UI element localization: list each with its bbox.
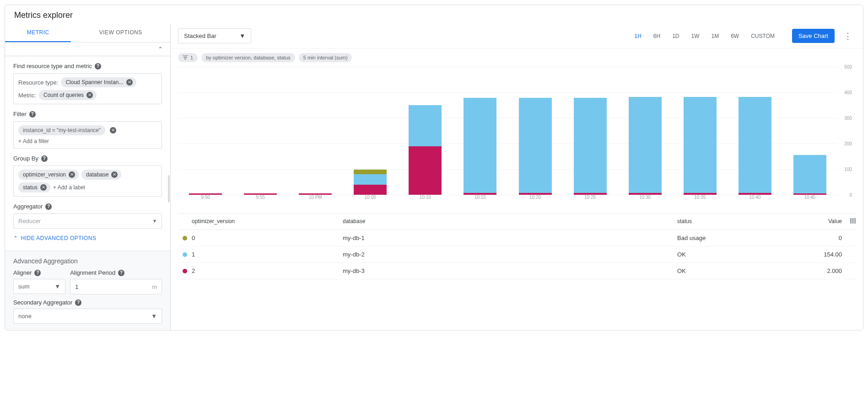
header-database[interactable]: database bbox=[343, 218, 677, 225]
tab-view-options[interactable]: VIEW OPTIONS bbox=[71, 24, 170, 42]
remove-resource-type-icon[interactable]: ✕ bbox=[126, 79, 133, 85]
help-icon[interactable]: ? bbox=[34, 270, 41, 276]
bar-segment-2 bbox=[354, 185, 387, 195]
page-title: Metrics explorer bbox=[5, 5, 863, 24]
help-icon[interactable]: ? bbox=[45, 203, 52, 210]
remove-groupby-icon[interactable]: ✕ bbox=[111, 171, 118, 178]
panel-collapse-toggle[interactable]: ⌃ bbox=[5, 43, 170, 56]
caret-down-icon: ▼ bbox=[152, 219, 157, 224]
help-icon[interactable]: ? bbox=[75, 299, 81, 306]
remove-groupby-icon[interactable]: ✕ bbox=[69, 171, 75, 178]
help-icon[interactable]: ? bbox=[118, 270, 124, 276]
bar-segment-1 bbox=[684, 97, 717, 193]
help-icon[interactable]: ? bbox=[95, 63, 101, 69]
x-tick: 10:10 bbox=[398, 195, 453, 204]
group-by-chip-database[interactable]: database ✕ bbox=[81, 170, 121, 180]
y-axis: 0100200300400500 bbox=[837, 67, 856, 195]
time-range-6w[interactable]: 6W bbox=[726, 30, 744, 42]
legend-row[interactable]: 2my-db-3OK2.000 bbox=[178, 263, 856, 279]
legend-status: OK bbox=[677, 267, 805, 274]
columns-icon[interactable] bbox=[842, 218, 856, 225]
chart-type-select[interactable]: Stacked Bar ▼ bbox=[178, 28, 251, 43]
chart-toolbar: Stacked Bar ▼ 1H6H1D1W1M6WCUSTOM Save Ch… bbox=[171, 24, 863, 48]
group-by-chip-status[interactable]: status ✕ bbox=[18, 182, 50, 192]
legend-value: 154.00 bbox=[805, 251, 842, 258]
legend-swatch bbox=[183, 269, 187, 273]
chart-area: 1 by optimizer version, database, status… bbox=[171, 48, 863, 208]
time-range-1h[interactable]: 1H bbox=[630, 30, 646, 42]
bar-group[interactable] bbox=[233, 67, 288, 195]
groupby-chip[interactable]: by optimizer version, database, status bbox=[201, 53, 295, 62]
metric-label: Metric: bbox=[18, 92, 36, 99]
remove-filter-icon[interactable]: ✕ bbox=[110, 127, 116, 133]
bar-group[interactable] bbox=[398, 67, 453, 195]
save-chart-button[interactable]: Save Chart bbox=[792, 29, 835, 43]
x-tick: 9:55 bbox=[233, 195, 288, 204]
bar-group[interactable] bbox=[288, 67, 343, 195]
metric-chip[interactable]: Count of queries ✕ bbox=[39, 90, 97, 100]
aligner-select[interactable]: sum ▼ bbox=[13, 279, 65, 294]
y-tick: 200 bbox=[844, 141, 852, 146]
header-value[interactable]: Value bbox=[805, 218, 842, 225]
bar-group[interactable] bbox=[728, 67, 782, 195]
add-label-link[interactable]: + Add a label bbox=[53, 184, 85, 191]
x-tick: 10:45 bbox=[782, 195, 837, 204]
group-by-box: optimizer_version ✕ database ✕ status bbox=[13, 165, 162, 197]
more-options-icon[interactable]: ⋮ bbox=[840, 29, 856, 43]
filter-label: Filter ? bbox=[13, 111, 162, 117]
interval-chip[interactable]: 5 min interval (sum) bbox=[299, 53, 352, 62]
help-icon[interactable]: ? bbox=[29, 111, 36, 117]
filter-box: instance_id = "my-test-instance" ✕ + Add… bbox=[13, 121, 162, 149]
time-range-1w[interactable]: 1W bbox=[687, 30, 704, 42]
legend-row[interactable]: 0my-db-1Bad usage0 bbox=[178, 230, 856, 246]
hide-advanced-toggle[interactable]: ⌃ HIDE ADVANCED OPTIONS bbox=[13, 235, 162, 241]
scrollbar-thumb[interactable] bbox=[168, 175, 170, 203]
filter-chip[interactable]: instance_id = "my-test-instance" bbox=[18, 125, 105, 135]
bar-group[interactable] bbox=[673, 67, 728, 195]
x-tick: 10:15 bbox=[453, 195, 507, 204]
x-axis: 9:509:5510 PM10:0510:1010:1510:2010:2510… bbox=[178, 195, 837, 204]
x-tick: 10:05 bbox=[343, 195, 398, 204]
help-icon[interactable]: ? bbox=[41, 155, 48, 162]
legend-optimizer: 0 bbox=[192, 235, 343, 241]
legend-optimizer: 2 bbox=[192, 267, 343, 274]
add-filter-link[interactable]: + Add a filter bbox=[18, 138, 49, 144]
remove-groupby-icon[interactable]: ✕ bbox=[40, 184, 47, 191]
time-range-1m[interactable]: 1M bbox=[707, 30, 724, 42]
x-tick: 10:40 bbox=[728, 195, 782, 204]
time-range-1d[interactable]: 1D bbox=[668, 30, 684, 42]
bar-group[interactable] bbox=[782, 67, 837, 195]
bar-group[interactable] bbox=[563, 67, 618, 195]
bar-group[interactable] bbox=[618, 67, 673, 195]
bar-group[interactable] bbox=[453, 67, 507, 195]
bar-group[interactable] bbox=[178, 67, 233, 195]
time-range-6h[interactable]: 6H bbox=[649, 30, 665, 42]
bar-group[interactable] bbox=[507, 67, 562, 195]
legend-database: my-db-1 bbox=[343, 235, 677, 241]
advanced-title: Advanced Aggregation bbox=[13, 257, 162, 265]
alignment-period-label: Alignment Period ? bbox=[70, 269, 162, 276]
secondary-aggregator-select[interactable]: none ▼ bbox=[13, 309, 162, 324]
remove-metric-icon[interactable]: ✕ bbox=[86, 92, 93, 98]
resource-type-label: Resource type: bbox=[18, 79, 58, 86]
x-tick: 10:30 bbox=[618, 195, 673, 204]
filter-count-chip[interactable]: 1 bbox=[178, 53, 198, 62]
bar-segment-2 bbox=[409, 146, 442, 195]
resource-type-chip[interactable]: Cloud Spanner Instan... ✕ bbox=[61, 77, 136, 87]
legend-row[interactable]: 1my-db-2OK154.00 bbox=[178, 246, 856, 263]
aggregator-select[interactable]: Reducer ▼ bbox=[13, 214, 162, 229]
caret-down-icon: ▼ bbox=[239, 32, 245, 39]
alignment-period-input[interactable]: m bbox=[70, 279, 162, 294]
tab-metric[interactable]: METRIC bbox=[5, 24, 71, 42]
group-by-chip-optimizer[interactable]: optimizer_version ✕ bbox=[18, 170, 79, 180]
aggregator-label: Aggregator ? bbox=[13, 203, 162, 210]
metric-panel: Find resource type and metric ? Resource… bbox=[5, 56, 170, 248]
header-optimizer[interactable]: optimizer_version bbox=[192, 218, 343, 225]
x-tick: 10:25 bbox=[563, 195, 618, 204]
bar-segment-1 bbox=[739, 97, 771, 193]
bar-group[interactable] bbox=[343, 67, 398, 195]
time-range-custom[interactable]: CUSTOM bbox=[746, 30, 779, 42]
advanced-aggregation-section: Advanced Aggregation Aligner ? sum ▼ bbox=[5, 251, 170, 330]
bar-segment-1 bbox=[464, 98, 496, 192]
header-status[interactable]: status bbox=[677, 218, 805, 225]
